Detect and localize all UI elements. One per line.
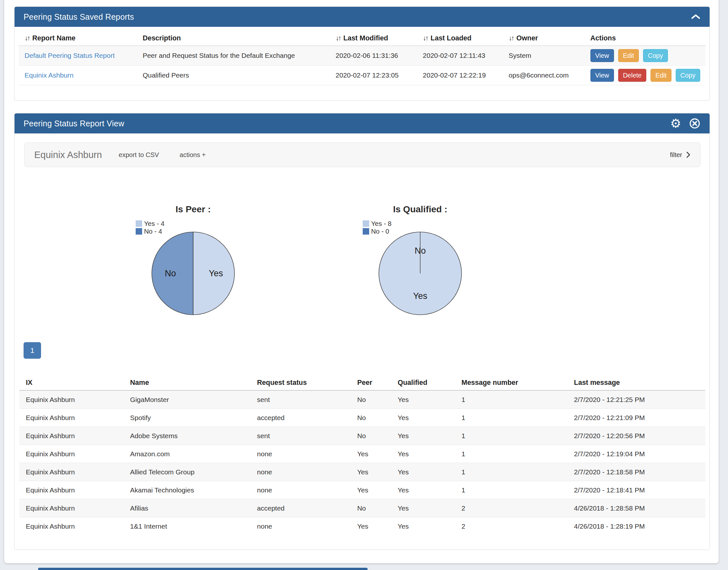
copy-button[interactable]: Copy [643,49,668,62]
cell-request-status: accepted [251,499,351,517]
column-header-last-modified[interactable]: ↓↑Last Modified [330,31,417,46]
cell-message-number: 1 [455,409,568,427]
column-header-last-loaded[interactable]: ↓↑Last Loaded [417,31,503,46]
pie-slice-label: Yes [209,269,223,278]
peers-table-body: Equinix Ashburn GigaMonster sent No Yes … [19,390,705,535]
cell-message-number: 2 [455,499,568,517]
filter-toggle[interactable]: filter [670,151,691,159]
cell-last-message: 2/7/2020 - 12:19:04 PM [568,445,705,463]
peers-table: IX Name Request status Peer Qualified Me… [19,375,705,535]
cell-name: Afilias [124,499,251,517]
report-owner: ops@6connect.com [503,66,585,85]
page-1-button[interactable]: 1 [24,342,41,359]
column-header-description: Description [137,31,330,46]
column-header-request-status: Request status [251,375,351,390]
cell-ix: Equinix Ashburn [19,463,124,481]
cell-qualified: Yes [391,463,455,481]
cell-ix: Equinix Ashburn [19,499,124,517]
report-actions: View Edit Copy [585,46,705,66]
report-toolbar: Equinix Ashburn export to CSV actions + … [24,142,701,167]
edit-button[interactable]: Edit [651,69,671,82]
legend-swatch-yes [363,220,369,227]
saved-reports-table: ↓↑Report Name Description ↓↑Last Modifie… [19,31,705,85]
column-header-last-message: Last message [568,375,705,390]
cell-qualified: Yes [391,481,455,499]
table-row: Equinix Ashburn GigaMonster sent No Yes … [19,390,705,409]
peers-header-row: IX Name Request status Peer Qualified Me… [19,375,705,390]
filter-label: filter [670,151,682,159]
cell-peer: Yes [351,517,391,535]
saved-reports-panel-title: Peering Status Saved Reports [24,12,134,22]
edit-button[interactable]: Edit [618,49,639,62]
cell-qualified: Yes [391,427,455,445]
sort-arrows-icon: ↓↑ [423,34,428,42]
cell-peer: No [351,390,391,409]
cell-request-status: none [251,517,351,535]
cell-peer: Yes [351,463,391,481]
report-last-modified: 2020-02-07 12:23:05 [330,66,417,85]
cell-ix: Equinix Ashburn [19,481,124,499]
is-qualified-chart: Is Qualified : Yes - 8 No - 0 YesNo [307,200,533,381]
report-description: Peer and Request Status for the Default … [137,46,330,66]
column-header-report-name[interactable]: ↓↑Report Name [19,31,137,46]
column-header-owner[interactable]: ↓↑Owner [503,31,585,46]
pie-slice-label: No [165,269,176,278]
legend-swatch-yes [136,220,142,227]
chart-title: Is Qualified : [307,204,533,215]
report-last-loaded: 2020-02-07 12:11:43 [417,46,503,66]
delete-button[interactable]: Delete [618,69,647,82]
cell-name: GigaMonster [124,390,251,409]
cell-name: Adobe Systems [124,427,251,445]
cell-request-status: accepted [251,409,351,427]
sort-arrows-icon: ↓↑ [25,34,29,42]
report-title: Equinix Ashburn [34,150,102,160]
cell-message-number: 1 [455,481,568,499]
column-header-peer: Peer [351,375,391,390]
gear-icon[interactable]: ⚙ [670,117,681,129]
cell-name: Akamai Technologies [124,481,251,499]
next-panel-header-edge [38,568,368,570]
chevron-up-icon[interactable] [691,14,701,20]
table-row: Equinix Ashburn 1&1 Internet none Yes Ye… [19,517,705,535]
column-header-message-number: Message number [455,375,568,390]
cell-last-message: 2/7/2020 - 12:18:41 PM [568,481,705,499]
cell-peer: Yes [351,481,391,499]
report-actions: View Delete Edit Copy [585,66,705,85]
cell-message-number: 1 [455,427,568,445]
report-view-panel: Peering Status Report View ⚙ Equinix Ash… [14,113,710,550]
export-csv-link[interactable]: export to CSV [119,151,159,159]
cell-last-message: 4/26/2018 - 1:28:19 PM [568,517,705,535]
cell-request-status: none [251,445,351,463]
report-name-link[interactable]: Default Peering Status Report [25,52,115,59]
actions-menu-link[interactable]: actions + [179,151,206,159]
cell-peer: Yes [351,445,391,463]
cell-name: Spotify [124,409,251,427]
table-row: Equinix Ashburn Akamai Technologies none… [19,481,705,499]
cell-name: Allied Telecom Group [124,463,251,481]
legend-swatch-no [363,228,369,235]
view-button[interactable]: View [590,69,614,82]
cell-ix: Equinix Ashburn [19,427,124,445]
column-header-name: Name [124,375,251,390]
saved-report-row: Equinix Ashburn Qualified Peers 2020-02-… [19,66,705,85]
report-last-loaded: 2020-02-07 12:22:19 [417,66,503,85]
pie-slice-label: No [415,246,426,256]
report-view-body: Equinix Ashburn export to CSV actions + … [15,133,710,550]
cell-qualified: Yes [391,390,455,409]
cell-request-status: none [251,463,351,481]
cell-last-message: 2/7/2020 - 12:18:58 PM [568,463,705,481]
report-name-link[interactable]: Equinix Ashburn [25,71,74,79]
copy-button[interactable]: Copy [676,69,701,82]
cell-qualified: Yes [391,517,455,535]
saved-reports-panel: Peering Status Saved Reports ↓↑Report Na… [14,6,710,101]
report-description: Qualified Peers [137,66,330,85]
table-row: Equinix Ashburn Allied Telecom Group non… [19,463,705,481]
is-peer-chart: Is Peer : Yes - 4 No - 4 YesNo [80,200,306,381]
report-view-panel-title: Peering Status Report View [24,119,124,128]
view-button[interactable]: View [590,49,614,62]
cell-peer: No [351,409,391,427]
cell-qualified: Yes [391,499,455,517]
circle-x-icon[interactable] [689,117,701,129]
column-header-actions: Actions [585,31,705,46]
cell-last-message: 2/7/2020 - 12:20:56 PM [568,427,705,445]
